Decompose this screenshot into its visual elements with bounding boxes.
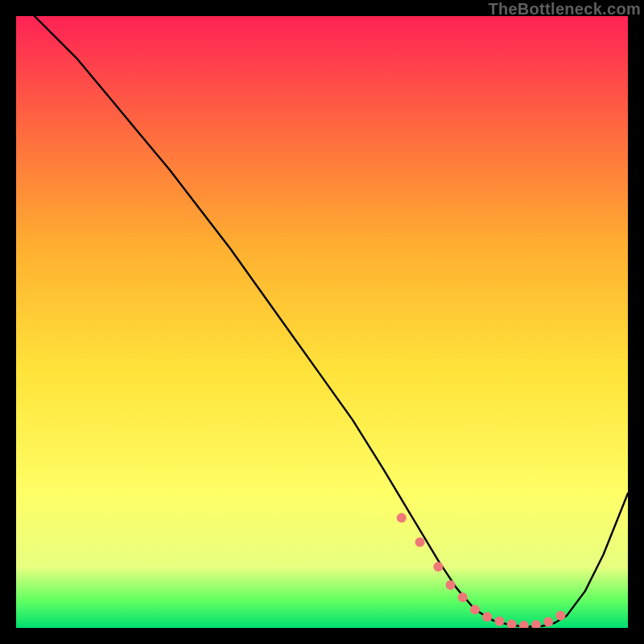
highlight-marker	[555, 611, 565, 621]
chart-frame: { "attribution": "TheBottleneck.com", "c…	[0, 0, 644, 644]
highlight-marker	[543, 617, 553, 626]
highlight-marker	[482, 612, 492, 621]
highlight-marker	[415, 538, 425, 547]
highlight-marker	[446, 580, 456, 590]
highlight-marker	[470, 605, 480, 614]
highlight-marker	[397, 513, 407, 522]
highlight-marker	[433, 562, 443, 572]
bottleneck-chart	[16, 16, 628, 628]
highlight-marker	[458, 592, 468, 602]
highlight-marker	[494, 617, 504, 626]
svg-rect-0	[16, 16, 628, 628]
